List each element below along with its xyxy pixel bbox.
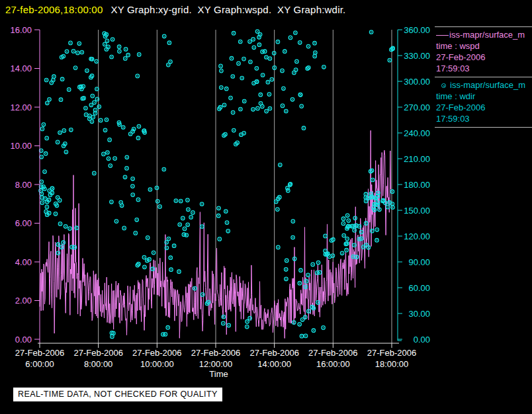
- wdir-point-dot: [202, 294, 203, 296]
- wdir-point-dot: [285, 110, 287, 112]
- wdir-point-dot: [365, 194, 367, 195]
- wdir-point-dot: [119, 51, 120, 52]
- wdir-point-dot: [201, 204, 202, 205]
- wdir-point-dot: [240, 41, 241, 42]
- wdir-point-dot: [124, 58, 126, 60]
- wdir-point-dot: [244, 58, 245, 60]
- wdir-point-dot: [186, 235, 187, 236]
- legend-field: time : wspd: [436, 40, 532, 52]
- wdir-point-dot: [241, 134, 242, 136]
- wdir-point-dot: [45, 153, 46, 154]
- wdir-point-dot: [225, 211, 226, 212]
- wdir-point-dot: [114, 158, 116, 159]
- wdir-point-dot: [70, 129, 71, 130]
- wdir-point-dot: [97, 99, 98, 100]
- wdir-point-dot: [326, 254, 328, 255]
- wdir-point-dot: [228, 325, 230, 326]
- wdir-point-dot: [40, 190, 42, 191]
- wdir-point-dot: [58, 244, 59, 245]
- wdir-point-dot: [387, 206, 388, 208]
- wdir-point-dot: [112, 39, 113, 40]
- wdir-point-dot: [246, 326, 247, 327]
- x-axis-time-label: 10:00:00: [140, 359, 174, 369]
- wdir-point-dot: [308, 311, 309, 312]
- wdir-point-dot: [69, 228, 71, 229]
- wdir-point-dot: [269, 94, 270, 95]
- wdir-point-dot: [93, 173, 95, 174]
- wdir-point-dot: [97, 89, 98, 90]
- wdir-point-dot: [170, 61, 171, 62]
- wdir-point-dot: [173, 245, 175, 247]
- wdir-point-dot: [46, 201, 48, 202]
- wdir-point-dot: [138, 138, 139, 139]
- wdir-point-dot: [58, 253, 59, 254]
- wdir-point-dot: [285, 269, 287, 270]
- wdir-point-dot: [55, 213, 56, 214]
- wdir-point-dot: [374, 209, 375, 210]
- wdir-point-dot: [48, 212, 50, 214]
- wdir-point-dot: [324, 66, 325, 67]
- wdir-point-dot: [282, 105, 283, 106]
- wdir-point-dot: [57, 142, 58, 143]
- legend-entry-wdir[interactable]: iss-mapr/surface_m time : wdir 27-Feb-20…: [435, 77, 532, 128]
- wdir-point-dot: [260, 94, 261, 95]
- wdir-point-dot: [95, 109, 96, 110]
- wdir-point-dot: [253, 47, 255, 48]
- wdir-point-dot: [89, 118, 90, 120]
- wdir-point-dot: [66, 51, 67, 52]
- wdir-point-dot: [57, 197, 58, 198]
- wdir-point-dot: [377, 239, 378, 241]
- wdir-point-dot: [144, 267, 146, 268]
- wdir-point-dot: [95, 112, 96, 114]
- wdir-point-dot: [89, 115, 91, 116]
- wdir-point-dot: [170, 257, 171, 259]
- wdir-point-dot: [136, 219, 138, 220]
- wdir-point-dot: [303, 128, 304, 129]
- wdir-point-dot: [259, 34, 261, 35]
- wdir-point-dot: [220, 65, 222, 67]
- wdir-point-dot: [187, 200, 189, 201]
- legend-source: iss-mapr/surface_m: [450, 80, 525, 90]
- wdir-point-dot: [371, 32, 372, 33]
- quality-warning-badge: REAL-TIME DATA, NOT CHECKED FOR QUALITY: [13, 388, 222, 401]
- wdir-point-dot: [184, 228, 185, 229]
- wdir-point-dot: [256, 67, 257, 69]
- wdir-point-dot: [378, 192, 379, 194]
- x-axis-time-label: 12:00:00: [199, 359, 233, 369]
- wdir-point-dot: [75, 67, 76, 69]
- wdir-point-dot: [46, 79, 47, 81]
- wdir-point-dot: [247, 321, 248, 322]
- wdir-point-dot: [144, 257, 145, 258]
- legend-entry-wspd[interactable]: iss-mapr/surface_m time : wspd 27-Feb-20…: [435, 26, 532, 77]
- wdir-point-dot: [163, 334, 164, 335]
- wspd-line: [40, 130, 391, 338]
- y-axis-right-label: 180.00: [404, 180, 430, 190]
- wdir-point-dot: [182, 218, 183, 219]
- wdir-point-dot: [222, 323, 224, 324]
- wdir-point-dot: [356, 225, 357, 226]
- wdir-point-dot: [99, 106, 100, 107]
- wdir-point-dot: [377, 196, 378, 197]
- wdir-point-dot: [111, 56, 112, 58]
- wdir-point-dot: [302, 319, 303, 320]
- wdir-point-dot: [106, 119, 107, 120]
- wdir-point-dot: [42, 197, 43, 198]
- wdir-point-dot: [63, 242, 64, 243]
- wdir-point-dot: [124, 228, 125, 229]
- wdir-point-dot: [261, 106, 263, 107]
- wdir-point-dot: [275, 201, 277, 202]
- wdir-point-dot: [279, 164, 281, 165]
- wdir-point-dot: [152, 269, 154, 270]
- wdir-point-dot: [64, 130, 65, 132]
- wdir-point-dot: [230, 97, 232, 99]
- wdir-point-dot: [242, 77, 243, 79]
- wdir-point-dot: [46, 211, 47, 212]
- wdir-point-dot: [91, 121, 93, 122]
- wdir-point-dot: [377, 229, 378, 230]
- wdir-point-dot: [93, 116, 94, 118]
- wdir-point-dot: [125, 49, 126, 50]
- wdir-point-dot: [257, 108, 259, 109]
- wdir-point-dot: [79, 87, 80, 88]
- wdir-point-dot: [91, 58, 92, 60]
- wdir-point-dot: [269, 108, 271, 109]
